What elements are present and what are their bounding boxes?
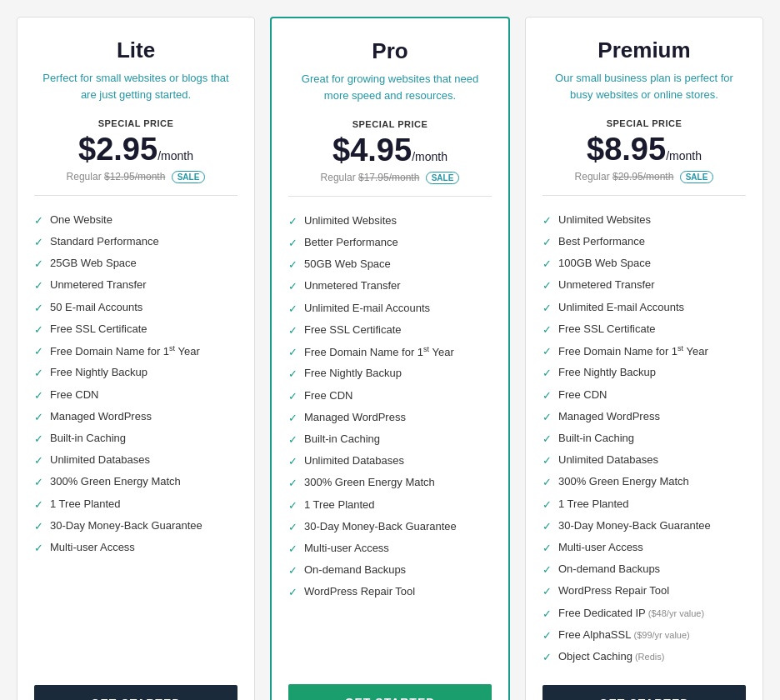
feature-item: ✓30-Day Money-Back Guarantee (542, 515, 746, 537)
feature-item: ✓One Website (34, 209, 238, 231)
feature-text: 30-Day Money-Back Guarantee (50, 518, 202, 533)
check-icon: ✓ (34, 432, 43, 447)
feature-item: ✓Free Dedicated IP ($48/yr value) (542, 602, 746, 624)
check-icon: ✓ (542, 410, 552, 425)
feature-text: One Website (50, 212, 112, 228)
feature-item: ✓1 Tree Planted (34, 493, 238, 515)
feature-text: Built-in Caching (304, 432, 380, 447)
special-price-label: SPECIAL PRICE (542, 118, 746, 128)
check-icon: ✓ (542, 213, 552, 228)
check-icon: ✓ (34, 388, 43, 403)
plan-description: Perfect for small websites or blogs that… (34, 70, 238, 105)
check-icon: ✓ (288, 389, 298, 404)
feature-item: ✓Managed WordPress (288, 407, 492, 428)
feature-text: WordPress Repair Tool (304, 584, 415, 599)
feature-text: Free AlphaSSL ($99/yr value) (558, 628, 690, 642)
feature-note: (Redis) (632, 652, 665, 662)
pricing-card-pro: ProGreat for growing websites that need … (270, 17, 510, 700)
check-icon: ✓ (288, 302, 298, 317)
feature-item: ✓30-Day Money-Back Guarantee (288, 516, 492, 538)
special-price-label: SPECIAL PRICE (34, 118, 238, 128)
check-icon: ✓ (542, 562, 552, 578)
check-icon: ✓ (542, 519, 552, 534)
feature-text: Free CDN (304, 388, 353, 403)
feature-item: ✓Unlimited Databases (288, 451, 492, 472)
feature-text: Free Domain Name for 1st Year (304, 344, 454, 361)
feature-item: ✓Unlimited Websites (288, 210, 492, 232)
cta-button-premium[interactable]: GET STARTED (542, 685, 746, 700)
feature-item: ✓300% Green Energy Match (288, 472, 492, 494)
check-icon: ✓ (288, 258, 298, 272)
plan-title: Premium (542, 38, 746, 63)
features-list: ✓Unlimited Websites✓Better Performance✓5… (288, 210, 492, 667)
check-icon: ✓ (34, 366, 43, 381)
check-icon: ✓ (288, 542, 298, 557)
check-icon: ✓ (288, 367, 298, 382)
feature-text: 100GB Web Space (558, 256, 651, 271)
check-icon: ✓ (288, 236, 298, 251)
feature-text: Managed WordPress (50, 409, 152, 424)
plan-title: Pro (288, 38, 492, 64)
cta-button-lite[interactable]: GET STARTED (34, 685, 238, 700)
price-amount: $4.95 (332, 132, 412, 168)
check-icon: ✓ (288, 323, 298, 338)
price-period: /month (158, 149, 193, 162)
check-icon: ✓ (542, 388, 552, 403)
feature-item: ✓Unlimited Websites (542, 209, 746, 231)
feature-text: Unlimited E-mail Accounts (558, 300, 684, 315)
check-icon: ✓ (542, 498, 552, 512)
check-icon: ✓ (542, 541, 552, 556)
check-icon: ✓ (34, 322, 43, 338)
feature-item: ✓Best Performance (542, 232, 746, 253)
price-amount: $2.95 (78, 132, 158, 167)
feature-item: ✓50GB Web Space (288, 254, 492, 276)
feature-item: ✓Free AlphaSSL ($99/yr value) (542, 624, 746, 646)
feature-text: 300% Green Energy Match (304, 475, 435, 490)
feature-note: ($48/yr value) (646, 608, 704, 618)
feature-text: Multi-user Access (50, 540, 135, 555)
pricing-card-premium: PremiumOur small business plan is perfec… (525, 17, 763, 700)
feature-item: ✓25GB Web Space (34, 253, 238, 275)
feature-text: 50GB Web Space (304, 257, 391, 272)
features-list: ✓One Website✓Standard Performance✓25GB W… (34, 209, 238, 668)
feature-item: ✓Managed WordPress (34, 406, 238, 428)
feature-item: ✓Unmetered Transfer (542, 275, 746, 297)
check-icon: ✓ (34, 541, 43, 556)
feature-item: ✓Unlimited E-mail Accounts (542, 297, 746, 318)
check-icon: ✓ (34, 475, 43, 490)
feature-item: ✓Managed WordPress (542, 406, 746, 428)
check-icon: ✓ (288, 411, 298, 426)
pricing-card-lite: LitePerfect for small websites or blogs … (17, 17, 255, 700)
cta-button-pro[interactable]: GET STARTED (288, 684, 492, 700)
features-list: ✓Unlimited Websites✓Best Performance✓100… (542, 209, 746, 668)
feature-text: Built-in Caching (50, 431, 126, 446)
special-price-label: SPECIAL PRICE (288, 119, 492, 129)
feature-text: Unmetered Transfer (50, 278, 147, 292)
feature-text: Free CDN (50, 388, 99, 402)
check-icon: ✓ (34, 257, 43, 272)
divider (288, 196, 492, 197)
regular-price: Regular $29.95/month SALE (542, 171, 746, 183)
feature-item: ✓Unmetered Transfer (34, 275, 238, 297)
check-icon: ✓ (542, 650, 552, 665)
feature-item: ✓Multi-user Access (288, 538, 492, 559)
check-icon: ✓ (34, 344, 43, 359)
feature-item: ✓Free Domain Name for 1st Year (288, 341, 492, 363)
plan-description: Our small business plan is perfect for b… (542, 70, 746, 105)
price-period: /month (412, 150, 448, 163)
feature-item: ✓300% Green Energy Match (542, 472, 746, 493)
check-icon: ✓ (542, 366, 552, 381)
feature-item: ✓Free SSL Certificate (288, 319, 492, 341)
check-icon: ✓ (288, 498, 298, 513)
feature-text: 300% Green Energy Match (50, 474, 181, 489)
feature-text: 1 Tree Planted (304, 498, 375, 512)
check-icon: ✓ (542, 235, 552, 250)
feature-text: 50 E-mail Accounts (50, 300, 142, 315)
feature-item: ✓Free CDN (34, 384, 238, 406)
check-icon: ✓ (542, 301, 552, 316)
feature-text: Unlimited Databases (558, 452, 658, 468)
check-icon: ✓ (34, 301, 43, 316)
feature-item: ✓WordPress Repair Tool (288, 582, 492, 603)
feature-text: Free Nightly Backup (50, 365, 148, 380)
check-icon: ✓ (288, 563, 298, 578)
